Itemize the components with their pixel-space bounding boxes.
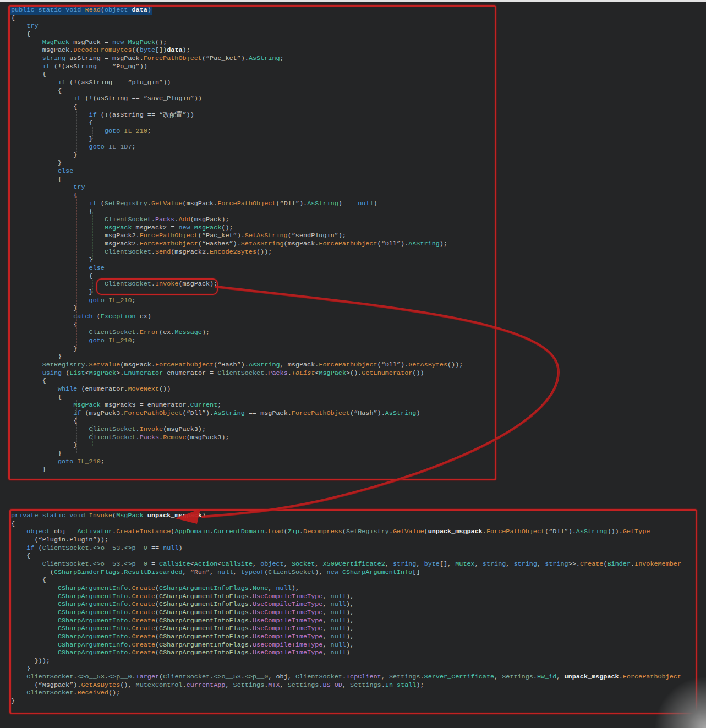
screenshot-top-edge: [0, 0, 706, 2]
annotation-rect-invoke-call: [96, 278, 218, 295]
annotation-rect-invoke-block: [9, 509, 697, 714]
annotation-rect-read-block: [8, 5, 496, 480]
decompiler-code-view: public static void Read(object data){ tr…: [0, 0, 706, 728]
screenshot-corner-shadow: [645, 667, 706, 728]
